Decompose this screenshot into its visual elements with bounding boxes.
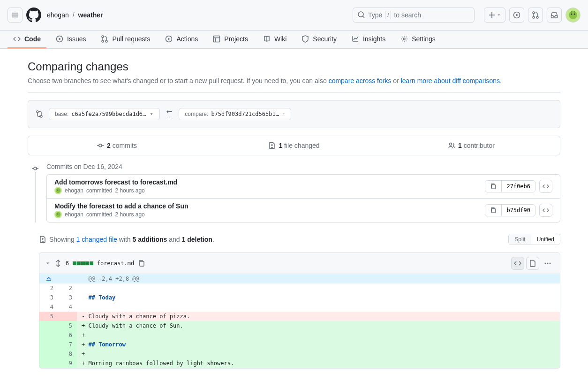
github-logo[interactable]: [26, 8, 41, 23]
copy-icon[interactable]: [138, 260, 145, 267]
svg-point-9: [59, 38, 60, 40]
line-number-new[interactable]: 7: [58, 340, 77, 349]
copy-sha-button[interactable]: [485, 205, 502, 216]
svg-point-2: [533, 12, 535, 14]
compare-label: compare:: [185, 111, 208, 117]
diff-line: 33 ## Today: [39, 293, 560, 302]
line-content: [77, 284, 560, 293]
line-content: + Cloudy with a chance of Sun.: [77, 321, 560, 330]
view-source-button[interactable]: [511, 257, 524, 270]
line-number-old[interactable]: 3: [39, 293, 58, 302]
line-number-new[interactable]: 5: [58, 321, 77, 330]
nav-label: Code: [24, 35, 41, 43]
line-number-old[interactable]: [39, 340, 58, 349]
search-input[interactable]: Type / to search: [353, 8, 475, 23]
header-actions: [484, 8, 580, 23]
summary-bar: 2 commits 1 file changed 1 contributor: [28, 136, 560, 155]
pull-requests-button[interactable]: [528, 8, 543, 23]
nav-settings[interactable]: Settings: [395, 31, 441, 48]
file-name[interactable]: forecast.md: [97, 260, 134, 267]
hamburger-button[interactable]: [8, 8, 23, 23]
svg-rect-14: [214, 36, 220, 42]
copy-sha-button[interactable]: [485, 181, 502, 192]
nav-issues[interactable]: Issues: [50, 31, 91, 48]
compare-branch-select[interactable]: compare: b75df903d721cd565b189e8bcca...: [179, 108, 291, 120]
nav-actions[interactable]: Actions: [159, 31, 204, 48]
base-branch-select[interactable]: base: c6a5fe2a7599bbecda1d622e4052...: [49, 108, 160, 120]
commit-sha-link[interactable]: b75df90: [502, 205, 535, 216]
svg-point-7: [574, 14, 575, 15]
line-number-old[interactable]: 2: [39, 284, 58, 293]
nav-code[interactable]: Code: [8, 31, 46, 48]
svg-point-16: [37, 111, 38, 113]
svg-point-6: [571, 14, 573, 15]
line-number-old[interactable]: [39, 330, 58, 340]
issues-button[interactable]: [509, 8, 524, 23]
avatar: [54, 187, 62, 194]
changed-files-link[interactable]: 1 changed file: [76, 236, 117, 243]
commit-sha-link[interactable]: 27f0eb6: [502, 181, 535, 192]
expand-icon[interactable]: [54, 260, 62, 267]
commits-timeline: Commits on Dec 16, 2024 Add tomorrows fo…: [28, 163, 560, 222]
nav-label: Security: [313, 35, 337, 43]
line-number-new[interactable]: 4: [58, 302, 77, 312]
line-number-old[interactable]: 5: [39, 312, 58, 321]
svg-point-32: [550, 263, 551, 264]
create-new-button[interactable]: [484, 8, 505, 23]
nav-label: Wiki: [274, 35, 286, 43]
line-number-new[interactable]: 9: [58, 359, 77, 368]
commit-title[interactable]: Modify the forecast to add a chance of S…: [54, 202, 485, 210]
browse-repo-button[interactable]: [539, 204, 552, 217]
file-menu-button[interactable]: [541, 257, 554, 270]
commit-row: Add tomorrows forecast to forecast.md eh…: [47, 175, 560, 199]
line-number-new[interactable]: 8: [58, 349, 77, 359]
view-rendered-button[interactable]: [526, 257, 539, 270]
diff-line: 5+ Cloudy with a chance of Sun.: [39, 321, 560, 330]
notifications-button[interactable]: [547, 8, 562, 23]
commit-icon: [31, 165, 39, 172]
summary-files[interactable]: 1 file changed: [205, 136, 383, 155]
breadcrumb-owner[interactable]: ehogan: [47, 11, 69, 19]
page-subtitle: Choose two branches to see what's change…: [28, 77, 560, 92]
commit-author[interactable]: ehogan: [65, 211, 83, 218]
nav-security[interactable]: Security: [296, 31, 342, 48]
summary-contributors[interactable]: 1 contributor: [383, 136, 560, 155]
line-number-old[interactable]: [39, 349, 58, 359]
commit-time: 2 hours ago: [115, 211, 144, 218]
svg-point-18: [99, 144, 102, 147]
line-number-new[interactable]: 2: [58, 284, 77, 293]
line-number-new[interactable]: 3: [58, 293, 77, 302]
summary-commits[interactable]: 2 commits: [28, 136, 205, 155]
file-diff-icon: [268, 142, 276, 149]
line-number-old[interactable]: 4: [39, 302, 58, 312]
line-number-new[interactable]: [58, 312, 77, 321]
breadcrumb: ehogan / weather: [47, 11, 103, 19]
nav-wiki[interactable]: Wiki: [257, 31, 292, 48]
commit-title[interactable]: Add tomorrows forecast to forecast.md: [54, 178, 485, 186]
play-icon: [165, 35, 173, 43]
nav-projects[interactable]: Projects: [207, 31, 254, 48]
caret-down-icon: [282, 112, 286, 116]
split-view-button[interactable]: Split: [509, 234, 531, 245]
line-number-old[interactable]: [39, 321, 58, 330]
nav-pull-requests[interactable]: Pull requests: [95, 31, 156, 48]
compare-arrow: …: [166, 109, 173, 119]
breadcrumb-repo[interactable]: weather: [78, 11, 103, 19]
avatar[interactable]: [565, 8, 580, 23]
learn-more-link[interactable]: learn more about diff comparisons: [401, 77, 500, 84]
svg-point-17: [40, 115, 42, 117]
compare-across-forks-link[interactable]: compare across forks: [329, 77, 392, 84]
commit-verb: committed: [86, 211, 112, 218]
browse-repo-button[interactable]: [539, 180, 552, 193]
page-title: Comparing changes: [28, 60, 560, 73]
line-number-old[interactable]: [39, 359, 58, 368]
diff-line: 8+: [39, 349, 560, 359]
line-number-new[interactable]: 6: [58, 330, 77, 340]
nav-insights[interactable]: Insights: [346, 31, 391, 48]
chevron-down-icon[interactable]: [45, 261, 51, 266]
commit-author[interactable]: ehogan: [65, 187, 83, 194]
unified-view-button[interactable]: Unified: [531, 234, 560, 245]
people-icon: [448, 142, 455, 149]
expand-hunk-button[interactable]: [39, 274, 58, 284]
avatar: [54, 211, 62, 218]
